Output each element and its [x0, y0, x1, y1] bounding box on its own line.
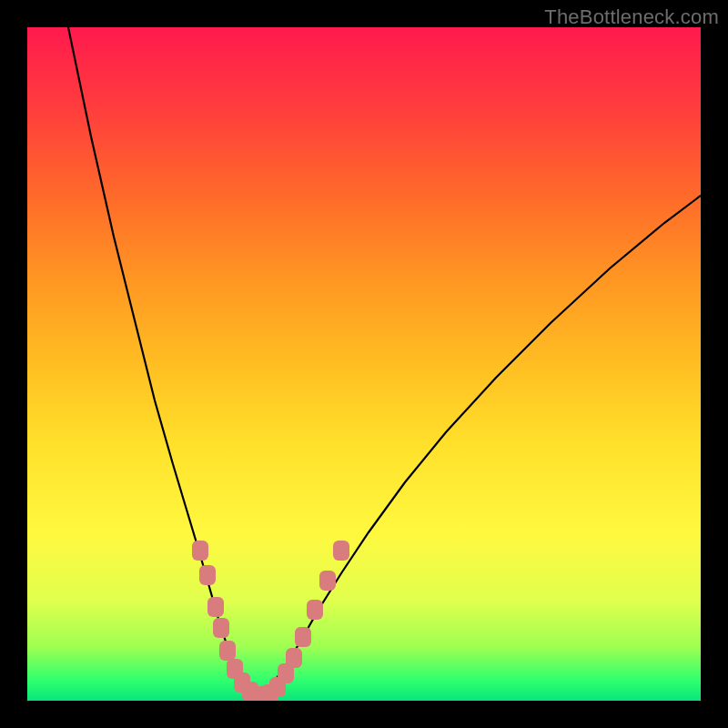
- left-curve: [68, 27, 258, 697]
- marker-point: [199, 565, 216, 585]
- right-curve: [258, 196, 701, 697]
- watermark-text: TheBottleneck.com: [544, 5, 719, 29]
- marker-point: [286, 648, 302, 668]
- marker-point: [192, 541, 208, 561]
- marker-point: [307, 600, 323, 620]
- marker-point: [333, 541, 349, 561]
- chart-frame: TheBottleneck.com: [0, 0, 728, 728]
- marker-point: [319, 571, 336, 591]
- marker-point: [219, 641, 236, 661]
- marker-point: [207, 597, 224, 617]
- marker-group: [192, 541, 349, 701]
- plot-area: [27, 27, 701, 701]
- marker-point: [213, 618, 229, 638]
- curve-svg: [27, 27, 701, 701]
- marker-point: [295, 627, 311, 647]
